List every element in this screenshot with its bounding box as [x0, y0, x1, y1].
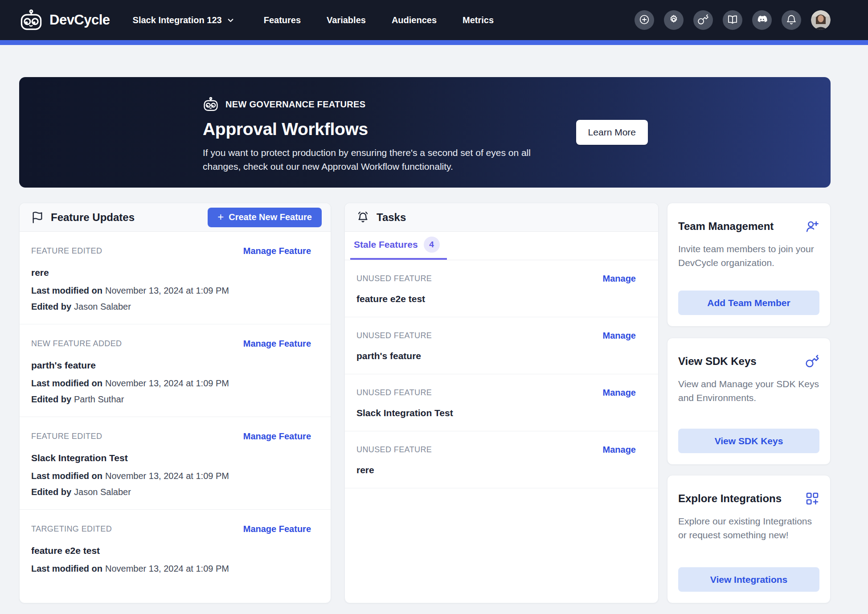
- nav-icon-group: [635, 10, 831, 30]
- primary-nav: Features Variables Audiences Metrics: [264, 15, 494, 25]
- create-new-feature-button[interactable]: + Create New Feature: [208, 208, 322, 227]
- tasks-card: Tasks Stale Features 4 UNUSED FEATURE Ma…: [344, 203, 659, 603]
- nav-item-audiences[interactable]: Audiences: [392, 15, 437, 25]
- view-sdk-keys-description: View and Manage your SDK Keys and Enviro…: [678, 377, 819, 405]
- task-row: UNUSED FEATURE Manage parth's feature: [345, 317, 658, 374]
- create-button[interactable]: [635, 10, 654, 30]
- event-type-label: NEW FEATURE ADDED: [31, 339, 122, 348]
- team-management-card: Team Management Invite team members to j…: [667, 203, 831, 327]
- task-type-label: UNUSED FEATURE: [356, 388, 432, 397]
- dashboard-cards: Feature Updates + Create New Feature FEA…: [19, 203, 831, 603]
- grid-plus-icon: [805, 491, 819, 506]
- task-feature-name: rere: [356, 465, 636, 475]
- manage-feature-link[interactable]: Manage Feature: [243, 524, 311, 534]
- feature-updates-card: Feature Updates + Create New Feature FEA…: [19, 203, 331, 603]
- bell-ring-icon: [356, 211, 369, 224]
- learn-more-button[interactable]: Learn More: [576, 120, 648, 145]
- tasks-tab-row: Stale Features 4: [345, 232, 658, 260]
- togglebot-robot-icon: [203, 97, 219, 112]
- avatar[interactable]: [811, 10, 831, 30]
- view-sdk-keys-card: View SDK Keys View and Manage your SDK K…: [667, 338, 831, 465]
- sdk-key-icon: [697, 14, 709, 27]
- flag-icon: [31, 211, 44, 224]
- manage-link[interactable]: Manage: [603, 388, 636, 398]
- manage-link[interactable]: Manage: [603, 331, 636, 341]
- hero-eyebrow: NEW GOVERNANCE FEATURES: [203, 97, 831, 112]
- hero-banner: NEW GOVERNANCE FEATURES Approval Workflo…: [19, 77, 831, 188]
- feature-update-row: TARGETING EDITED Manage Feature feature …: [20, 510, 331, 586]
- tab-stale-features[interactable]: Stale Features 4: [350, 231, 447, 260]
- brand: DevCycle: [19, 9, 110, 31]
- main-content: NEW GOVERNANCE FEATURES Approval Workflo…: [0, 45, 868, 603]
- feature-updates-header: Feature Updates + Create New Feature: [20, 203, 331, 232]
- explore-integrations-title: Explore Integrations: [678, 492, 782, 505]
- notifications-bell-icon: [786, 14, 797, 27]
- task-feature-name: parth's feature: [356, 351, 636, 361]
- nav-item-metrics[interactable]: Metrics: [463, 15, 494, 25]
- event-type-label: TARGETING EDITED: [31, 524, 112, 534]
- last-modified-line: Last modified onNovember 13, 2024 at 1:0…: [31, 471, 311, 481]
- feature-name: Slack Integration Test: [31, 453, 311, 463]
- last-modified-line: Last modified onNovember 13, 2024 at 1:0…: [31, 378, 311, 389]
- sidebar-cards: Team Management Invite team members to j…: [667, 203, 831, 603]
- project-selector-label: Slack Integration 123: [133, 15, 222, 25]
- view-sdk-keys-button[interactable]: View SDK Keys: [678, 429, 819, 453]
- top-nav: DevCycle Slack Integration 123 Features …: [0, 0, 868, 40]
- hero-description: If you want to protect production by ens…: [203, 146, 546, 173]
- task-type-label: UNUSED FEATURE: [356, 445, 432, 454]
- feature-name: parth's feature: [31, 360, 311, 371]
- view-integrations-button[interactable]: View Integrations: [678, 567, 819, 592]
- team-management-description: Invite team members to join your DevCycl…: [678, 242, 819, 270]
- sdk-keys-button[interactable]: [693, 10, 713, 30]
- explore-integrations-card: Explore Integrations Explore our existin…: [667, 475, 831, 603]
- user-plus-icon: [805, 219, 819, 233]
- hero-title: Approval Workflows: [203, 119, 831, 139]
- task-type-label: UNUSED FEATURE: [356, 331, 432, 340]
- devcycle-dashboard: DevCycle Slack Integration 123 Features …: [0, 0, 868, 614]
- docs-button[interactable]: [723, 10, 742, 30]
- feature-name: feature e2e test: [31, 545, 311, 556]
- discord-icon: [756, 13, 768, 27]
- team-management-title: Team Management: [678, 220, 774, 233]
- event-type-label: FEATURE EDITED: [31, 246, 102, 256]
- feature-name: rere: [31, 267, 311, 278]
- last-modified-line: Last modified onNovember 13, 2024 at 1:0…: [31, 564, 311, 574]
- task-feature-name: feature e2e test: [356, 294, 636, 304]
- settings-gear-icon: [668, 14, 680, 27]
- tasks-title: Tasks: [377, 211, 406, 224]
- edited-by-line: Edited byJason Salaber: [31, 302, 311, 312]
- task-row: UNUSED FEATURE Manage rere: [345, 431, 658, 488]
- manage-feature-link[interactable]: Manage Feature: [243, 246, 311, 256]
- tasks-header: Tasks: [345, 203, 658, 232]
- event-type-label: FEATURE EDITED: [31, 432, 102, 441]
- discord-button[interactable]: [752, 10, 772, 30]
- view-sdk-keys-title: View SDK Keys: [678, 355, 757, 368]
- task-feature-name: Slack Integration Test: [356, 408, 636, 418]
- task-row: UNUSED FEATURE Manage feature e2e test: [345, 260, 658, 317]
- brand-name: DevCycle: [49, 12, 110, 28]
- hero-eyebrow-text: NEW GOVERNANCE FEATURES: [225, 99, 365, 110]
- nav-item-features[interactable]: Features: [264, 15, 301, 25]
- settings-button[interactable]: [664, 10, 684, 30]
- feature-update-row: NEW FEATURE ADDED Manage Feature parth's…: [20, 324, 331, 417]
- manage-feature-link[interactable]: Manage Feature: [243, 339, 311, 349]
- task-type-label: UNUSED FEATURE: [356, 274, 432, 283]
- accent-bar: [0, 40, 868, 45]
- manage-feature-link[interactable]: Manage Feature: [243, 431, 311, 442]
- project-selector[interactable]: Slack Integration 123: [133, 15, 234, 25]
- manage-link[interactable]: Manage: [603, 445, 636, 455]
- last-modified-line: Last modified onNovember 13, 2024 at 1:0…: [31, 286, 311, 296]
- feature-update-row: FEATURE EDITED Manage Feature Slack Inte…: [20, 417, 331, 510]
- manage-link[interactable]: Manage: [603, 274, 636, 284]
- add-team-member-button[interactable]: Add Team Member: [678, 291, 819, 315]
- chevron-down-icon: [227, 16, 234, 24]
- feature-updates-title: Feature Updates: [51, 211, 135, 224]
- nav-item-variables[interactable]: Variables: [327, 15, 366, 25]
- notifications-button[interactable]: [782, 10, 801, 30]
- devcycle-logo-icon: [19, 9, 43, 31]
- avatar-photo: [811, 10, 831, 30]
- key-icon: [805, 354, 819, 368]
- edited-by-line: Edited byJason Salaber: [31, 487, 311, 497]
- stale-features-count-badge: 4: [424, 237, 440, 253]
- task-row: UNUSED FEATURE Manage Slack Integration …: [345, 374, 658, 431]
